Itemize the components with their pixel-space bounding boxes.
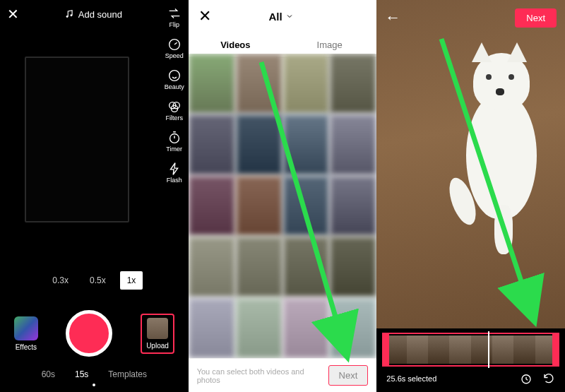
annotation-arrows — [0, 0, 565, 392]
svg-line-9 — [261, 62, 346, 353]
svg-line-10 — [441, 39, 533, 318]
